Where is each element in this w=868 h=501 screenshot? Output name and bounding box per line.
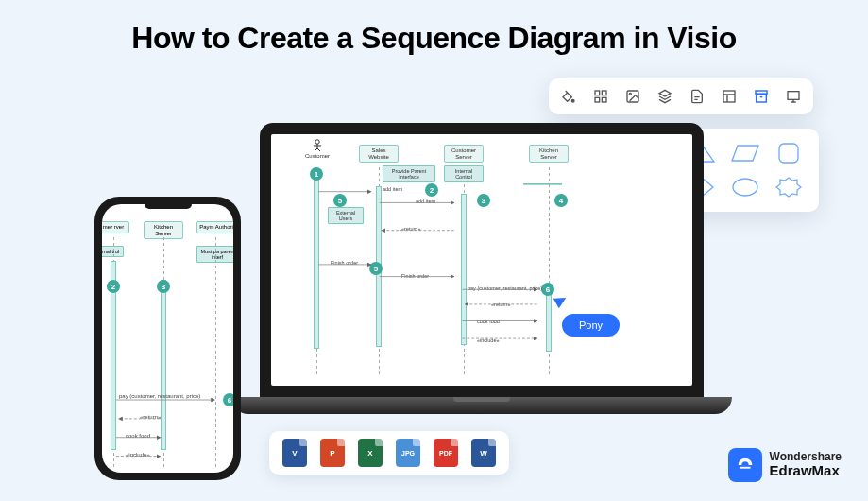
brand-line-2: EdrawMax bbox=[770, 463, 842, 479]
svg-rect-1 bbox=[595, 91, 600, 95]
step-badge: 3 bbox=[477, 194, 490, 207]
file-word[interactable]: W bbox=[471, 439, 496, 467]
brand-lockup: Wondershare EdrawMax bbox=[728, 448, 842, 482]
svg-rect-14 bbox=[779, 144, 798, 163]
fill-icon[interactable] bbox=[560, 88, 577, 105]
step-badge: 2 bbox=[107, 280, 120, 293]
msg-label: «return» bbox=[491, 302, 511, 307]
step-badge: 5 bbox=[333, 194, 347, 207]
archive-icon[interactable] bbox=[753, 88, 770, 105]
msg-label: «include» bbox=[126, 452, 150, 458]
box-node: External Users bbox=[328, 207, 364, 224]
file-format-row: V P X JPG PDF W bbox=[269, 431, 509, 475]
presentation-icon[interactable] bbox=[785, 88, 802, 105]
lifeline-label: Paym Authori bbox=[196, 221, 233, 233]
shape-parallelogram[interactable] bbox=[730, 142, 760, 164]
lifeline-label: Kitchen Server bbox=[529, 145, 569, 163]
step-badge: 4 bbox=[554, 194, 568, 207]
page-title: How to Create a Sequence Diagram in Visi… bbox=[0, 0, 868, 56]
svg-rect-3 bbox=[595, 97, 600, 102]
shape-rounded-square[interactable] bbox=[774, 142, 804, 164]
shape-ellipse[interactable] bbox=[730, 176, 760, 199]
svg-point-16 bbox=[315, 140, 319, 144]
svg-rect-2 bbox=[602, 91, 606, 95]
msg-label: pay (customer, restaurant, price) bbox=[468, 285, 542, 291]
lifeline-label: Customer Server bbox=[444, 145, 484, 163]
phone-mockup: mer rver Kitchen Server Paym Authori rna… bbox=[94, 197, 241, 480]
step-badge: 1 bbox=[310, 167, 323, 181]
step-badge: 2 bbox=[425, 183, 438, 197]
msg-label: «return» bbox=[140, 414, 161, 420]
svg-point-15 bbox=[733, 179, 757, 196]
grid-icon[interactable] bbox=[592, 88, 609, 105]
msg-label: Finish order bbox=[331, 260, 358, 266]
msg-label: «include» bbox=[477, 337, 500, 343]
svg-rect-9 bbox=[757, 94, 767, 102]
file-xls[interactable]: X bbox=[358, 439, 383, 467]
svg-rect-7 bbox=[723, 91, 735, 102]
step-badge: 6 bbox=[223, 393, 233, 406]
phone-sequence-diagram: mer rver Kitchen Server Paym Authori rna… bbox=[102, 204, 233, 473]
lifeline-label: Sales Website bbox=[359, 145, 399, 163]
sequence-diagram: Customer Sales Website Customer Server K… bbox=[279, 139, 685, 381]
msg-label: Finish order bbox=[401, 273, 429, 279]
msg-label: cook food bbox=[126, 433, 150, 439]
file-pdf[interactable]: PDF bbox=[434, 439, 458, 467]
svg-point-6 bbox=[629, 93, 631, 95]
lifeline-label: mer rver bbox=[102, 221, 129, 233]
svg-rect-4 bbox=[602, 97, 606, 102]
layers-icon[interactable] bbox=[656, 88, 673, 105]
brand-logo-icon bbox=[728, 448, 762, 482]
box-node: Internal Control bbox=[444, 165, 484, 182]
page-icon[interactable] bbox=[689, 88, 706, 105]
toolbar-panel bbox=[549, 78, 813, 114]
msg-label: «return» bbox=[401, 226, 421, 232]
shape-seal[interactable] bbox=[774, 176, 804, 199]
layout-icon[interactable] bbox=[721, 88, 738, 105]
file-jpg[interactable]: JPG bbox=[396, 439, 420, 467]
msg-label: add item bbox=[383, 186, 402, 192]
laptop-mockup: Customer Sales Website Customer Server K… bbox=[260, 123, 704, 414]
step-badge: 6 bbox=[541, 283, 554, 296]
msg-label: cook food bbox=[477, 319, 500, 324]
svg-point-0 bbox=[571, 99, 574, 102]
cursor-icon bbox=[553, 293, 569, 308]
file-ppt[interactable]: P bbox=[320, 439, 345, 467]
lifeline-label: Customer bbox=[298, 153, 337, 159]
step-badge: 3 bbox=[157, 280, 170, 293]
step-badge: 5 bbox=[369, 262, 383, 275]
msg-label: pay (customer, restaurant, price) bbox=[119, 393, 200, 399]
box-node: Provide Parent Interface bbox=[383, 165, 435, 182]
image-icon[interactable] bbox=[624, 88, 641, 105]
file-visio[interactable]: V bbox=[282, 439, 307, 467]
msg-label: add item bbox=[416, 199, 435, 204]
cursor-label: Pony bbox=[562, 314, 620, 337]
svg-rect-10 bbox=[788, 92, 799, 100]
